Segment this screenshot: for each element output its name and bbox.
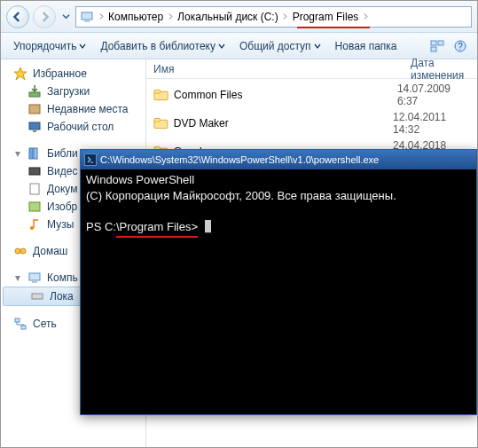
powershell-console[interactable]: Windows PowerShell (C) Корпорация Майкро… [81, 169, 476, 414]
music-icon [27, 217, 42, 232]
powershell-title-text: C:\Windows\System32\WindowsPowerShell\v1… [100, 154, 379, 165]
svg-rect-23 [15, 318, 20, 322]
breadcrumb-separator[interactable] [96, 9, 106, 25]
breadcrumb-separator[interactable] [360, 9, 371, 25]
svg-rect-16 [29, 202, 40, 211]
view-options-button[interactable] [427, 36, 447, 56]
picture-icon [27, 200, 42, 214]
column-header-name[interactable]: Имя [153, 63, 411, 75]
svg-rect-2 [431, 41, 436, 45]
sidebar-favorites[interactable]: Избранное [1, 65, 145, 83]
svg-rect-0 [82, 12, 92, 20]
svg-rect-13 [34, 148, 37, 159]
breadcrumb-item[interactable]: Компьютер [106, 9, 165, 25]
folder-icon [153, 116, 168, 130]
download-icon [27, 84, 42, 98]
svg-rect-4 [431, 47, 436, 51]
new-folder-button[interactable]: Новая папка [330, 36, 403, 56]
folder-icon [153, 88, 168, 102]
sidebar-downloads[interactable]: Загрузки [1, 83, 145, 100]
list-item[interactable]: Common Files 14.07.2009 6:37 [146, 81, 477, 109]
svg-rect-9 [29, 105, 40, 114]
library-icon [27, 146, 42, 161]
svg-point-19 [20, 248, 26, 254]
svg-rect-10 [29, 122, 40, 130]
star-icon [13, 67, 27, 81]
svg-rect-24 [21, 326, 26, 329]
svg-rect-14 [29, 168, 40, 175]
recent-icon [27, 102, 42, 116]
column-header-date[interactable]: Дата изменения [411, 57, 477, 82]
titlebar: Компьютер Локальный диск (C:) Program Fi… [1, 1, 477, 33]
svg-text:?: ? [458, 42, 463, 51]
desktop-icon [27, 120, 42, 134]
network-icon [13, 317, 27, 331]
svg-rect-20 [29, 273, 40, 280]
recent-locations-button[interactable] [59, 7, 72, 27]
cursor: _ [205, 220, 211, 233]
svg-rect-1 [84, 20, 90, 22]
svg-rect-15 [30, 184, 39, 194]
breadcrumb-item[interactable]: Program Files [291, 9, 361, 25]
annotation-underline [297, 27, 370, 28]
svg-rect-21 [32, 281, 37, 283]
expand-icon[interactable]: ▾ [13, 271, 22, 284]
svg-marker-7 [14, 67, 27, 80]
svg-rect-28 [154, 118, 161, 122]
toolbar: Упорядочить Добавить в библиотеку Общий … [1, 33, 477, 59]
help-button[interactable]: ? [451, 36, 470, 56]
svg-rect-26 [154, 90, 161, 93]
svg-point-18 [15, 248, 20, 254]
share-button[interactable]: Общий доступ [234, 36, 326, 56]
computer-icon [27, 271, 42, 285]
svg-rect-8 [29, 92, 40, 97]
computer-icon [80, 10, 94, 24]
annotation-underline: \Program Files> [116, 220, 198, 238]
powershell-titlebar[interactable]: C:\Windows\System32\WindowsPowerShell\v1… [81, 150, 476, 169]
breadcrumb-separator[interactable] [280, 9, 291, 25]
svg-rect-3 [438, 41, 443, 45]
list-item[interactable]: DVD Maker 12.04.2011 14:32 [146, 109, 477, 138]
forward-button[interactable] [33, 5, 56, 28]
video-icon [27, 164, 42, 178]
powershell-icon [84, 153, 97, 166]
add-to-library-button[interactable]: Добавить в библиотеку [95, 36, 231, 56]
breadcrumb-item[interactable]: Локальный диск (C:) [176, 9, 280, 25]
svg-rect-22 [32, 294, 43, 299]
disk-icon [30, 289, 44, 303]
homegroup-icon [13, 244, 27, 258]
address-bar[interactable]: Компьютер Локальный диск (C:) Program Fi… [75, 6, 472, 28]
document-icon [27, 182, 42, 196]
breadcrumb-separator[interactable] [165, 9, 176, 25]
back-button[interactable] [6, 5, 29, 28]
powershell-window[interactable]: C:\Windows\System32\WindowsPowerShell\v1… [80, 149, 477, 415]
svg-rect-12 [29, 148, 33, 159]
sidebar-recent[interactable]: Недавние места [1, 100, 145, 118]
expand-icon[interactable]: ▾ [13, 147, 22, 160]
sidebar-desktop[interactable]: Рабочий стол [1, 118, 145, 136]
svg-rect-11 [33, 130, 36, 132]
organize-button[interactable]: Упорядочить [8, 36, 91, 56]
